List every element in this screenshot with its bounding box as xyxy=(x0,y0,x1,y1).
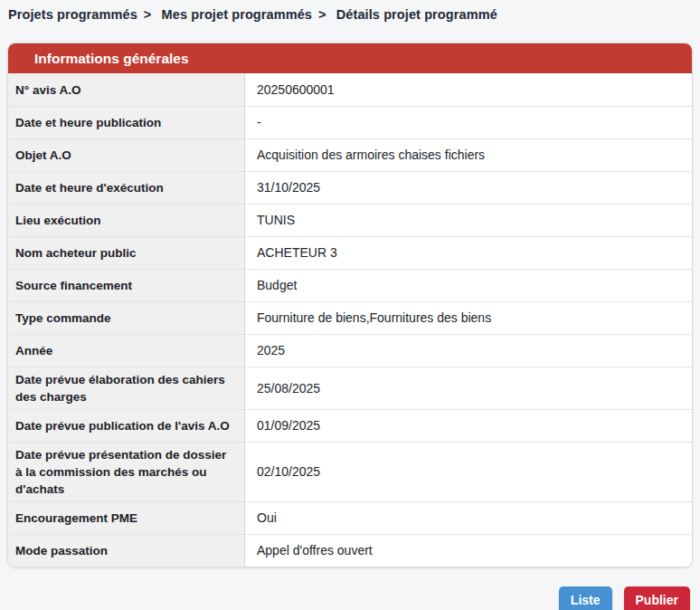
action-bar: Liste Publier xyxy=(0,586,690,610)
row-label: Lieu exécution xyxy=(8,204,245,236)
row-value: 20250600001 xyxy=(245,73,692,106)
row-label: Date prévue présentation de dossier à la… xyxy=(8,442,245,501)
row-label: Date et heure publication xyxy=(8,106,245,138)
row-label: Source financement xyxy=(8,269,245,301)
table-row: Objet A.O Acquisition des armoires chais… xyxy=(8,138,692,171)
list-button[interactable]: Liste xyxy=(559,586,612,610)
row-value: 2025 xyxy=(245,334,692,367)
table-row: Type commande Fourniture de biens,Fourni… xyxy=(8,301,692,334)
panel-title: Informations générales xyxy=(8,43,692,73)
row-label: Encouragement PME xyxy=(8,501,245,534)
row-value: Acquisition des armoires chaises fichier… xyxy=(245,138,692,171)
row-label: Nom acheteur public xyxy=(8,236,245,269)
table-row: Date et heure publication - xyxy=(8,106,692,138)
row-value: Appel d'offres ouvert xyxy=(245,534,692,567)
row-label: N° avis A.O xyxy=(8,73,245,106)
info-panel: Informations générales N° avis A.O 20250… xyxy=(7,43,693,567)
table-row: Année 2025 xyxy=(8,334,692,367)
table-row: Source financement Budget xyxy=(8,269,692,301)
table-row: Encouragement PME Oui xyxy=(8,501,692,534)
row-value: Fourniture de biens,Fournitures des bien… xyxy=(245,301,692,334)
row-label: Date prévue publication de l'avis A.O xyxy=(8,409,245,442)
info-table: N° avis A.O 20250600001 Date et heure pu… xyxy=(8,73,692,567)
table-row: Date prévue élaboration des cahiers des … xyxy=(8,367,692,409)
breadcrumb-item[interactable]: Mes projet programmés xyxy=(162,7,312,22)
row-value: - xyxy=(245,106,692,138)
breadcrumb-item[interactable]: Projets programmés xyxy=(8,7,137,22)
row-value: 01/09/2025 xyxy=(245,409,692,442)
row-value: 02/10/2025 xyxy=(245,442,692,501)
row-label: Type commande xyxy=(8,301,245,334)
breadcrumb: Projets programmés> Mes projet programmé… xyxy=(0,0,700,22)
table-row: Nom acheteur public ACHETEUR 3 xyxy=(8,236,692,269)
row-label: Objet A.O xyxy=(8,138,245,171)
breadcrumb-separator: > xyxy=(144,7,152,22)
row-label: Date prévue élaboration des cahiers des … xyxy=(8,367,245,409)
row-value: Budget xyxy=(245,269,692,301)
row-label: Année xyxy=(8,334,245,367)
breadcrumb-item: Détails projet programmé xyxy=(336,7,497,22)
table-row: Lieu exécution TUNIS xyxy=(8,204,692,236)
table-row: Mode passation Appel d'offres ouvert xyxy=(8,534,692,567)
table-row: N° avis A.O 20250600001 xyxy=(8,73,692,106)
row-label: Mode passation xyxy=(8,534,245,567)
row-value: 31/10/2025 xyxy=(245,171,692,204)
table-row: Date et heure d'exécution 31/10/2025 xyxy=(8,171,692,204)
row-value: Oui xyxy=(245,501,692,534)
table-row: Date prévue présentation de dossier à la… xyxy=(8,442,692,501)
row-label: Date et heure d'exécution xyxy=(8,171,245,204)
row-value: 25/08/2025 xyxy=(245,367,692,409)
table-row: Date prévue publication de l'avis A.O 01… xyxy=(8,409,692,442)
publish-button[interactable]: Publier xyxy=(624,586,690,610)
row-value: TUNIS xyxy=(245,204,692,236)
row-value: ACHETEUR 3 xyxy=(245,236,692,269)
breadcrumb-separator: > xyxy=(318,7,326,22)
